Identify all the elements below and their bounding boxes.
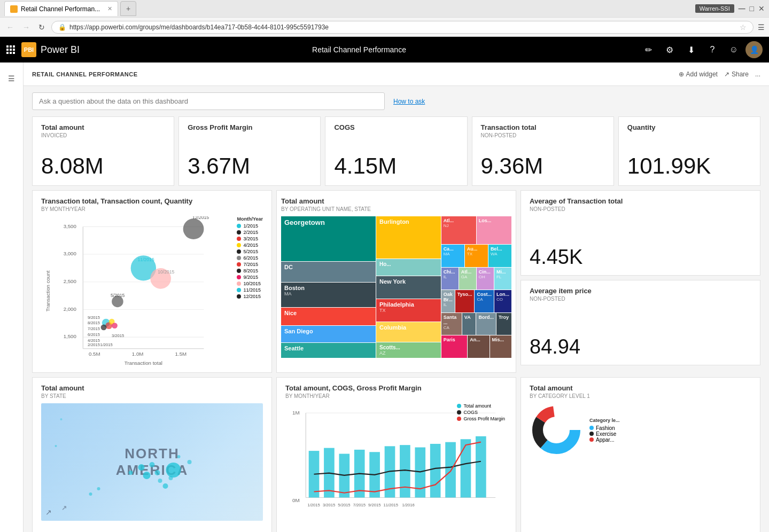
how-to-ask-link[interactable]: How to ask [393, 98, 425, 105]
kpi-cogs[interactable]: COGS 4.15M [325, 116, 467, 186]
treemap-cell-tyso[interactable]: Tyso... [455, 290, 475, 312]
svg-text:11/2015: 11/2015 [383, 503, 398, 507]
app-grid-icon[interactable] [6, 45, 15, 54]
kpi-title-4: Quantity [627, 123, 751, 131]
refresh-button[interactable]: ↻ [36, 22, 47, 33]
svg-text:0M: 0M [292, 497, 300, 503]
tab-close-icon[interactable]: ✕ [107, 5, 112, 12]
url-bar[interactable]: 🔒 https://app.powerbi.com/groups/me/dash… [51, 21, 754, 34]
treemap-subtitle: BY OPERATING UNIT NAME, STATE [281, 206, 511, 212]
kpi-value-2: 4.15M [334, 153, 458, 179]
kpi-title-0: Total amount [41, 123, 165, 131]
minimize-button[interactable]: ─ [739, 3, 745, 14]
treemap-cell-san-diego[interactable]: San Diego [281, 326, 376, 342]
scatter-title: Transaction total, Transaction count, Qu… [41, 197, 263, 205]
map-title: Total amount [41, 384, 263, 392]
treemap-cell-mis[interactable]: Mis... [490, 335, 511, 358]
avg-price-value: 84.94 [530, 335, 751, 358]
treemap-cell-chi-il[interactable]: Chi... IL [441, 268, 459, 290]
donut-svg [530, 403, 583, 457]
treemap-cell-columbia[interactable]: Columbia [376, 322, 441, 342]
more-button[interactable]: ... [755, 71, 760, 78]
svg-rect-68 [430, 444, 441, 497]
svg-text:9/2015: 9/2015 [368, 503, 380, 507]
kpi-quantity[interactable]: Quantity 101.99K [618, 116, 760, 186]
line-title: Total amount, COGS, Gross Profit Margin [285, 384, 507, 392]
help-icon[interactable]: ? [703, 40, 722, 59]
avg-transaction-card[interactable]: Average of Transaction total NON-POSTED … [521, 190, 760, 276]
scatter-subtitle: BY MONTH/YEAR [41, 206, 263, 212]
line-chart-card[interactable]: Total amount, COGS, Gross Profit Margin … [276, 377, 516, 532]
treemap-cell-atl-ga[interactable]: Atl... GA [459, 268, 476, 290]
map-expand-icon[interactable]: ↗ [45, 508, 52, 517]
treemap-card[interactable]: Total amount BY OPERATING UNIT NAME, STA… [276, 190, 516, 373]
treemap-cell-santa-ca[interactable]: Santa ... CA [441, 313, 462, 335]
treemap-cell-va[interactable]: VA [462, 313, 476, 335]
treemap-cell-bel-wa[interactable]: Bel... WA [488, 245, 511, 267]
back-button[interactable]: ← [4, 22, 16, 33]
browser-tab-active[interactable]: Retail Channel Performan... ✕ [4, 1, 118, 16]
category-chart-card[interactable]: Total amount BY CATEGORY LEVEL 1 Categor… [521, 377, 760, 532]
svg-point-40 [150, 462, 155, 467]
add-widget-button[interactable]: ⊕ Add widget [679, 71, 718, 78]
treemap-cell-philadelphia[interactable]: Philadelphia TX [376, 299, 441, 322]
svg-text:9/2015: 9/2015 [88, 315, 100, 320]
forward-button[interactable]: → [20, 22, 32, 33]
sidebar-menu-icon[interactable]: ☰ [2, 69, 21, 88]
maximize-button[interactable]: □ [750, 4, 754, 13]
treemap-cell-bord[interactable]: Bord... [476, 313, 496, 335]
edit-icon[interactable]: ✏ [639, 40, 658, 59]
treemap-cell-dc[interactable]: DC [281, 262, 376, 282]
treemap-cell-an[interactable]: An... [468, 335, 489, 358]
kpi-total-amount[interactable]: Total amount INVOICED 8.08M [32, 116, 174, 186]
treemap-cell-au-tx[interactable]: Au... TX [465, 245, 488, 267]
treemap-cell-paris[interactable]: Paris [441, 335, 468, 358]
treemap-cell-seattle[interactable]: Seattle [281, 343, 376, 358]
treemap-cell-los[interactable]: Los... [477, 216, 511, 244]
scatter-chart-card[interactable]: Transaction total, Transaction count, Qu… [32, 190, 272, 373]
close-button[interactable]: ✕ [758, 4, 765, 13]
emoji-icon[interactable]: ☺ [724, 40, 743, 59]
svg-text:1/2016: 1/2016 [402, 503, 414, 507]
treemap-cell-cin-oh[interactable]: Cin... OH [477, 268, 494, 290]
kpi-gross-profit[interactable]: Gross Profit Margin 3.67M [178, 116, 321, 186]
add-icon: ⊕ [679, 71, 684, 78]
treemap-cell-atl-nj[interactable]: Atl... NJ [441, 216, 476, 244]
treemap-cell-nice[interactable]: Nice [281, 308, 376, 325]
browser-titlebar: Retail Channel Performan... ✕ + Warren-S… [0, 0, 769, 17]
svg-point-38 [138, 464, 145, 471]
treemap-cell-ho[interactable]: Ho... [376, 259, 441, 276]
treemap-cell-newyork[interactable]: New York [376, 276, 441, 299]
map-card[interactable]: Total amount BY STATE NORTH AMERICA [32, 377, 272, 532]
qa-input[interactable] [32, 92, 385, 110]
bookmark-icon[interactable]: ☆ [740, 23, 747, 32]
svg-text:1M: 1M [292, 410, 300, 416]
user-avatar[interactable]: 👤 [745, 41, 763, 58]
donut-legend: Category le... Fashion Exercise [589, 418, 620, 443]
share-button[interactable]: ↗ Share [724, 71, 749, 78]
treemap-cell-scotts[interactable]: Scotts... AZ [376, 342, 441, 358]
treemap-cell-cost-ca[interactable]: Cost... CA [475, 290, 494, 312]
avg-price-title: Average item price [530, 287, 751, 295]
treemap-cell-burlington[interactable]: Burlington [376, 216, 441, 259]
kpi-transaction-total[interactable]: Transaction total NON-POSTED 9.36M [472, 116, 614, 186]
treemap-cell-boston[interactable]: Boston MA [281, 283, 376, 307]
treemap-cell-oakbr-il[interactable]: Oak Br... IL [441, 290, 455, 312]
browser-tab-new[interactable]: + [120, 1, 136, 16]
donut-legend-item-1: Exercise [589, 431, 620, 437]
treemap-cell-lon-co[interactable]: Lon... CO [494, 290, 511, 312]
download-icon[interactable]: ⬇ [681, 40, 701, 59]
svg-text:0.5M: 0.5M [89, 351, 100, 357]
treemap-cell-ca-ma[interactable]: Ca... MA [441, 245, 464, 267]
browser-chrome: Retail Channel Performan... ✕ + Warren-S… [0, 0, 769, 37]
settings-icon[interactable]: ⚙ [660, 40, 679, 59]
right-column: Average of Transaction total NON-POSTED … [521, 190, 760, 373]
treemap-cell-georgetown[interactable]: Georgetown [281, 216, 376, 261]
avg-item-price-card[interactable]: Average item price NON-POSTED 84.94 [521, 280, 760, 365]
svg-text:1.5M: 1.5M [175, 351, 187, 357]
treemap-cell-mi-fl[interactable]: Mi... FL [494, 268, 511, 290]
browser-menu-icon[interactable]: ☰ [758, 23, 765, 32]
treemap-cell-troy[interactable]: Troy [496, 313, 511, 335]
legend-item-6: 7/2015 [237, 262, 263, 267]
svg-point-46 [169, 476, 173, 480]
